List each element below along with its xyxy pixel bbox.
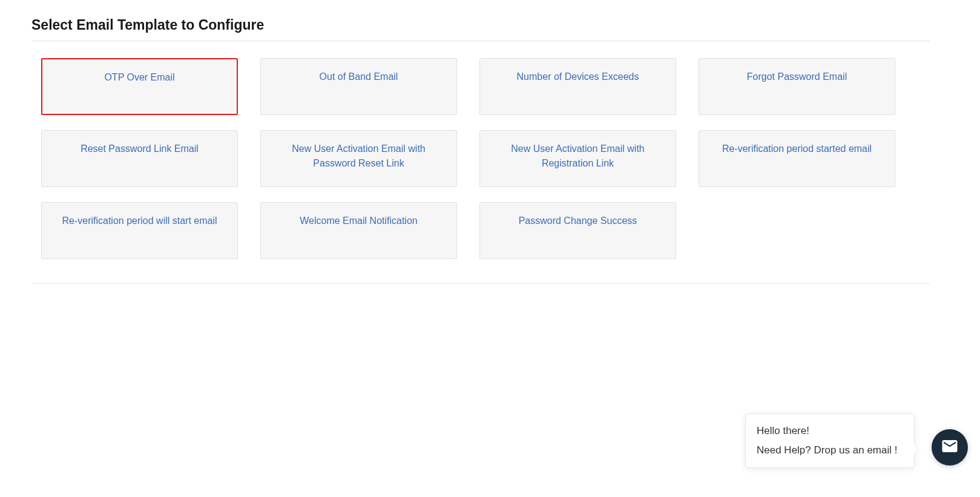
template-label: Forgot Password Email — [747, 70, 847, 84]
template-grid: OTP Over Email Out of Band Email Number … — [31, 58, 961, 283]
template-card-welcome-email[interactable]: Welcome Email Notification — [260, 202, 457, 259]
template-label: Password Change Success — [519, 214, 637, 228]
chat-popup: Hello there! Need Help? Drop us an email… — [745, 413, 915, 468]
template-label: OTP Over Email — [104, 70, 174, 85]
chat-greeting: Hello there! — [757, 425, 903, 437]
template-label: Re-verification period started email — [722, 142, 872, 156]
template-label: Out of Band Email — [320, 70, 398, 84]
page-title: Select Email Template to Configure — [31, 17, 930, 41]
chat-popup-arrow — [914, 444, 919, 454]
template-card-reverification-will-start[interactable]: Re-verification period will start email — [41, 202, 238, 259]
chat-button[interactable] — [932, 429, 968, 466]
section-divider — [31, 283, 930, 284]
chat-help-text: Need Help? Drop us an email ! — [757, 444, 903, 456]
template-card-otp-over-email[interactable]: OTP Over Email — [41, 58, 238, 115]
template-label: Number of Devices Exceeds — [517, 70, 639, 84]
template-card-out-of-band[interactable]: Out of Band Email — [260, 58, 457, 115]
template-label: Re-verification period will start email — [62, 214, 217, 228]
template-card-reverification-started[interactable]: Re-verification period started email — [699, 130, 895, 187]
template-card-new-user-password-reset[interactable]: New User Activation Email with Password … — [260, 130, 457, 187]
template-label: Welcome Email Notification — [300, 214, 417, 228]
template-label: New User Activation Email with Registrat… — [488, 142, 667, 171]
template-card-devices-exceeds[interactable]: Number of Devices Exceeds — [479, 58, 676, 115]
template-label: Reset Password Link Email — [81, 142, 199, 156]
template-card-new-user-registration[interactable]: New User Activation Email with Registrat… — [479, 130, 676, 187]
template-card-reset-password-link[interactable]: Reset Password Link Email — [41, 130, 238, 187]
template-card-forgot-password[interactable]: Forgot Password Email — [699, 58, 895, 115]
mail-icon — [941, 437, 959, 458]
template-label: New User Activation Email with Password … — [269, 142, 448, 171]
template-card-password-change-success[interactable]: Password Change Success — [479, 202, 676, 259]
